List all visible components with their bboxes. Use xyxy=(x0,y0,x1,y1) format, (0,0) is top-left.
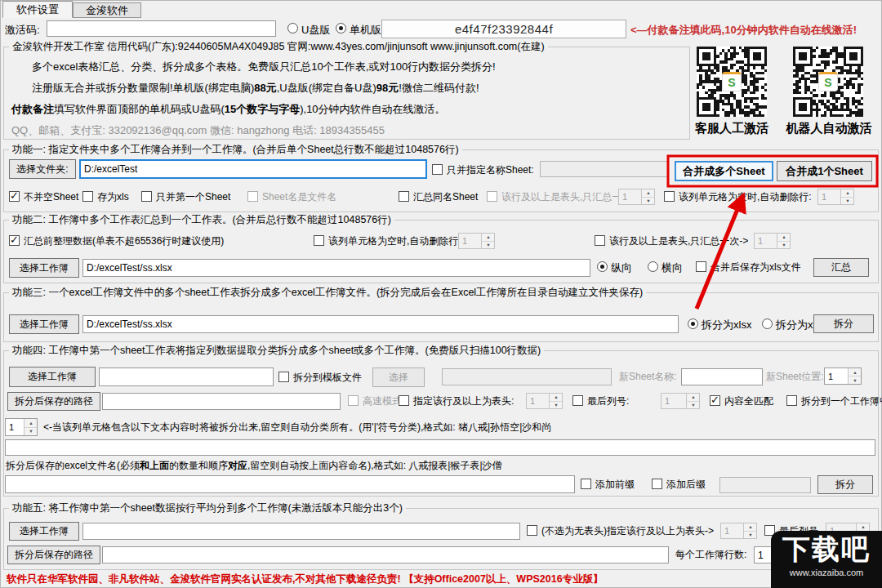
clean-data-checkbox[interactable] xyxy=(9,235,20,246)
spinner-up-icon[interactable] xyxy=(24,419,37,428)
f2-select-workbook-button[interactable]: 选择工作簿 xyxy=(9,258,79,278)
function3-legend: 功能三: 一个excel工作簿文件中的多个sheet工作表拆分成多个excel工… xyxy=(9,286,646,299)
spinner-down-icon[interactable] xyxy=(744,532,756,539)
select-folder-button[interactable]: 选择文件夹: xyxy=(9,159,76,179)
spinner-up-icon[interactable] xyxy=(841,189,853,198)
spinner-up-icon[interactable] xyxy=(777,234,790,242)
first-sheet-only-checkbox[interactable] xyxy=(141,191,152,202)
spinner-up-icon[interactable] xyxy=(849,368,861,376)
f2-delete-empty-spinner[interactable]: 1 xyxy=(458,233,495,249)
full-match-checkbox[interactable] xyxy=(710,395,720,406)
spinner-down-icon[interactable] xyxy=(550,402,562,409)
file-names-input[interactable] xyxy=(5,475,575,493)
f2-header-checkbox[interactable] xyxy=(595,235,605,246)
merge-to-one-sheet-button[interactable]: 合并成1个Sheet xyxy=(777,161,872,181)
f2-workbook-path-input[interactable] xyxy=(82,259,590,277)
split-column-spinner[interactable]: 1 xyxy=(5,418,38,436)
header-rows-checkbox[interactable] xyxy=(487,191,497,202)
summarize-button[interactable]: 汇总 xyxy=(813,258,869,277)
tab-jinjun-software[interactable]: 金浚软件 xyxy=(73,2,141,18)
f5-header-spinner[interactable]: 1 xyxy=(720,523,757,539)
f2-header-spinner[interactable]: 1 xyxy=(754,233,791,249)
f3-select-workbook-button[interactable]: 选择工作簿 xyxy=(9,314,79,334)
horizontal-radio[interactable] xyxy=(648,261,658,272)
f3-split-button[interactable]: 拆分 xyxy=(813,314,874,333)
f4-select-workbook-button[interactable]: 选择工作簿 xyxy=(9,367,96,387)
add-prefix-checkbox[interactable] xyxy=(581,479,591,489)
header-rows-spinner[interactable]: 1 xyxy=(618,189,655,205)
f2-delete-empty-label: 该列单元格为空时,自动删除行-> xyxy=(328,235,467,247)
fast-mode-checkbox[interactable] xyxy=(348,395,359,406)
usb-version-radio[interactable] xyxy=(287,23,298,33)
f4-header-checkbox[interactable] xyxy=(399,395,409,406)
save-as-xls-checkbox[interactable] xyxy=(82,191,93,202)
f4-last-col-label: 最后列号: xyxy=(587,395,629,408)
spinner-down-icon[interactable] xyxy=(642,198,654,205)
machine-code-box[interactable]: e4f47f23392844f xyxy=(381,20,626,38)
named-sheet-input[interactable] xyxy=(540,161,669,177)
jinjun-logo-icon: S xyxy=(818,72,838,91)
spinner-up-icon[interactable] xyxy=(687,394,699,402)
split-xls-radio[interactable] xyxy=(762,318,773,329)
new-sheet-pos-spinner[interactable]: 1 xyxy=(824,368,862,385)
f4-last-col-spinner[interactable]: 1 xyxy=(661,393,700,409)
f4-workbook-path-input[interactable] xyxy=(99,368,274,386)
folder-path-input[interactable] xyxy=(79,159,427,179)
f5-header-checkbox[interactable] xyxy=(527,525,537,536)
function4-groupbox: 功能四: 工作簿中第一个sheet工作表将指定列数据提取分类拆分成多个sheet… xyxy=(3,350,879,497)
f5-select-workbook-button[interactable]: 选择工作簿 xyxy=(9,522,79,541)
first-sheet-only-label: 只并第一个Sheet xyxy=(156,191,230,203)
sum-same-name-checkbox[interactable] xyxy=(399,191,409,202)
spinner-up-icon[interactable] xyxy=(550,394,562,402)
f3-workbook-path-input[interactable] xyxy=(82,315,679,333)
add-suffix-label: 添加后缀 xyxy=(666,479,706,491)
new-sheet-name-input[interactable] xyxy=(681,368,763,385)
skip-empty-sheet-checkbox[interactable] xyxy=(9,191,20,202)
spinner-up-icon[interactable] xyxy=(744,523,756,532)
f2-save-xls-checkbox[interactable] xyxy=(696,261,706,272)
merge-to-multi-sheet-button[interactable]: 合并成多个Sheet xyxy=(675,161,773,181)
spinner-value: 1 xyxy=(755,234,777,248)
spinner-down-icon[interactable] xyxy=(24,428,37,436)
f2-delete-empty-checkbox[interactable] xyxy=(314,235,324,246)
choose-template-button[interactable]: 选择 xyxy=(372,368,425,387)
filename-hint-label: 拆分后保存的excel文件名(必须和上面的数量和顺序对应,留空则自动按上面内容命… xyxy=(6,460,502,472)
spinner-down-icon[interactable] xyxy=(849,376,861,384)
tab-software-settings[interactable]: 软件设置 xyxy=(2,1,73,18)
spinner-up-icon[interactable] xyxy=(482,234,494,242)
f4-last-col-checkbox[interactable] xyxy=(572,395,583,406)
spinner-down-icon[interactable] xyxy=(687,402,699,409)
spinner-down-icon[interactable] xyxy=(777,242,790,249)
f4-header-spinner[interactable]: 1 xyxy=(526,393,563,409)
split-values-input[interactable] xyxy=(5,439,875,456)
template-path-input[interactable] xyxy=(442,368,612,385)
prefix-suffix-input[interactable] xyxy=(719,477,811,493)
activation-code-input[interactable] xyxy=(47,20,276,37)
delete-empty-row-spinner[interactable]: 1 xyxy=(817,189,854,205)
spinner-up-icon[interactable] xyxy=(642,189,654,198)
f5-save-path-button[interactable]: 拆分后保存的路径 xyxy=(7,546,100,564)
spinner-down-icon[interactable] xyxy=(482,242,494,249)
split-xlsx-radio[interactable] xyxy=(688,318,698,329)
named-sheet-checkbox[interactable] xyxy=(432,164,443,175)
f4-save-path-button[interactable]: 拆分后保存的路径 xyxy=(7,392,100,411)
f4-save-path-input[interactable] xyxy=(102,393,341,410)
delete-empty-row-checkbox[interactable] xyxy=(664,191,675,202)
f5-save-path-input[interactable] xyxy=(102,546,669,564)
add-suffix-checkbox[interactable] xyxy=(652,479,662,489)
spinner-down-icon[interactable] xyxy=(841,198,853,205)
function5-groupbox: 功能五: 将工作簿中第一个sheet数据按行平均分到多个工作簿(未激活版本只能分… xyxy=(3,508,879,570)
split-to-template-checkbox[interactable] xyxy=(278,372,289,382)
standalone-version-radio[interactable] xyxy=(336,23,346,33)
f4-split-button[interactable]: 拆分 xyxy=(817,475,873,494)
sum-same-name-label: 汇总同名Sheet xyxy=(413,191,478,203)
new-sheet-pos-label: 新Sheet位置: xyxy=(766,371,824,383)
split-to-one-book-checkbox[interactable] xyxy=(786,395,797,406)
sheetname-is-filename-label: Sheet名是文件名 xyxy=(262,191,336,203)
vertical-radio[interactable] xyxy=(597,261,608,272)
spinner-value: 1 xyxy=(6,419,24,435)
sheetname-is-filename-checkbox[interactable] xyxy=(247,191,258,202)
f5-workbook-path-input[interactable] xyxy=(82,523,520,540)
f2-header-label: 该行及以上是表头,只汇总一次-> xyxy=(609,235,748,247)
header-rows-label: 该行及以上是表头,只汇总一次: xyxy=(501,191,635,203)
